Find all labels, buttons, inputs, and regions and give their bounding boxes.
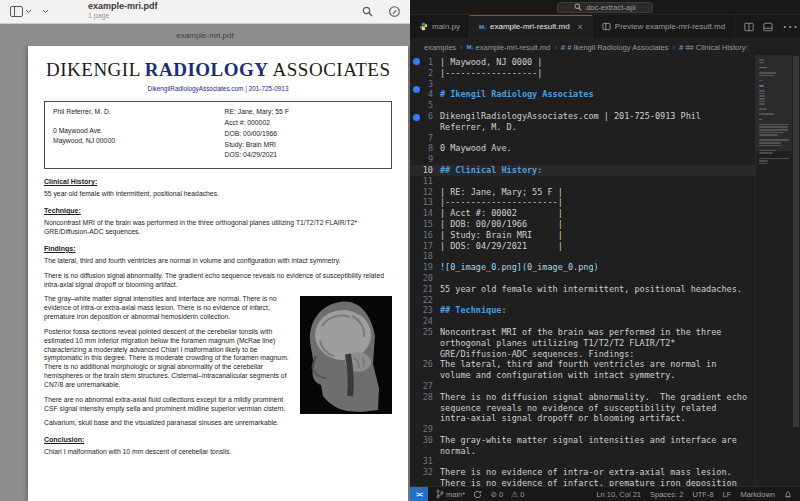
editor-line[interactable]: 19![0_image_0.png](0_image_0.png) [410, 262, 755, 273]
status-utf-8[interactable]: UTF-8 [692, 490, 713, 499]
git-branch-status[interactable]: main* [436, 489, 465, 499]
editor-line[interactable]: 16| Study: Brain MRI | [410, 230, 755, 241]
editor-line[interactable]: 18 [410, 251, 755, 262]
section-heading: Findings: [44, 244, 392, 253]
editor-line[interactable]: 29 [410, 424, 755, 435]
zoom-menu-icon[interactable] [42, 9, 49, 14]
editor-line[interactable]: 2|------------------| [410, 68, 755, 79]
gutter-badge-icon [413, 86, 420, 93]
scrollbar-thumb[interactable] [793, 56, 799, 427]
editor-line[interactable]: 31 [410, 456, 755, 467]
more-action-button[interactable]: ⋯ [782, 17, 799, 36]
layout-action-button[interactable] [763, 18, 773, 36]
editor-line[interactable]: 7 [410, 133, 755, 144]
status-markdown[interactable]: Markdown [740, 490, 775, 499]
line-number: 28 [410, 392, 440, 424]
minimap-line [759, 160, 768, 162]
line-number: 8 [410, 143, 440, 154]
minimap-slider[interactable] [756, 55, 792, 151]
editor-line[interactable]: 32There is no evidence of intra-or extra… [410, 467, 755, 486]
editor-line[interactable]: 30The gray-white matter signal intensiti… [410, 435, 755, 457]
section-paragraph: 55 year old female with intermittent, po… [44, 190, 392, 199]
editor-line[interactable]: 9 [410, 154, 755, 165]
minimap-line [759, 152, 773, 154]
editor-line[interactable]: 80 Maywood Ave. [410, 143, 755, 154]
line-content [440, 251, 755, 262]
section-paragraph: There is no diffusion signal abnormality… [44, 272, 392, 290]
editor-line[interactable]: 1| Maywood, NJ 0000 | [410, 57, 755, 68]
markup-pencil-icon[interactable] [389, 6, 400, 17]
report-contact-line: DikengilRadiologyAssociates.com | 201-72… [44, 85, 392, 93]
patient-line: DOB: 00/00/1966 [225, 130, 289, 139]
more-actions-icon: ⋯ [782, 18, 799, 35]
close-icon[interactable]: × [578, 22, 583, 32]
editor-line[interactable]: 28There is no diffusion signal abnormali… [410, 392, 755, 424]
editor-line[interactable]: 13|----------------------| [410, 197, 755, 208]
section-paragraph: Noncontrast MRI of the brain was perform… [44, 219, 392, 237]
line-number: 9 [410, 154, 440, 165]
breadcrumb-item[interactable]: ### Clinical History: [679, 43, 748, 52]
line-number: 16 [410, 230, 440, 241]
breadcrumb-item[interactable]: M↓example-mri-result.md [467, 43, 551, 52]
line-content: Noncontrast MRI of the brain was perform… [440, 327, 755, 359]
status-ln-10-col-21-label: Ln 10, Col 21 [596, 490, 641, 499]
editor-line[interactable]: 22 [410, 295, 755, 306]
status-lf[interactable]: LF [723, 490, 732, 499]
line-content: There is no diffusion signal abnormality… [440, 392, 755, 424]
status-spaces-2[interactable]: Spaces: 2 [650, 490, 683, 499]
sync-status[interactable] [473, 490, 482, 499]
editor-line[interactable]: 26The lateral, third and fourth ventricl… [410, 359, 755, 381]
sidebar-toggle-icon[interactable] [10, 6, 32, 17]
warnings-status[interactable]: ⚠0 [511, 490, 524, 499]
editor-line[interactable]: 5 [410, 100, 755, 111]
code-lines[interactable]: 1| Maywood, NJ 0000 |2|-----------------… [410, 55, 755, 486]
remote-indicator[interactable]: >< [410, 487, 428, 501]
editor-line[interactable]: 12| RE: Jane, Mary; 55 F | [410, 187, 755, 198]
line-content: | Maywood, NJ 0000 | [440, 57, 755, 68]
editor-line[interactable]: 15| DOB: 00/00/1966 | [410, 219, 755, 230]
patient-line: Study: Brain MRI [225, 141, 289, 150]
editor-line[interactable]: 20 [410, 273, 755, 284]
editor-line[interactable]: 3 [410, 79, 755, 90]
editor-line[interactable]: 10## Clinical History: [410, 165, 755, 176]
editor-line[interactable]: 25Noncontrast MRI of the brain was perfo… [410, 327, 755, 359]
editor-line[interactable]: 27 [410, 381, 755, 392]
line-number: 25 [410, 327, 440, 359]
warning-icon: ⚠ [511, 490, 518, 499]
workspace-title: doc-extract-api [586, 3, 636, 12]
line-number: 17 [410, 241, 440, 252]
error-icon: ⊘ [490, 490, 497, 499]
editor-scrollbar[interactable] [792, 55, 800, 486]
tab-preview-example-mri-result-md[interactable]: Preview example-mri-result.md [593, 15, 735, 38]
tab-label: example-mri-result.md [490, 22, 570, 31]
search-icon[interactable] [362, 6, 373, 17]
notifications-status[interactable] [784, 490, 792, 499]
editor-line[interactable]: 11 [410, 176, 755, 187]
python-icon [419, 22, 428, 31]
tab-main-py[interactable]: main.py [410, 15, 470, 38]
editor-line[interactable]: 6DikengilRadiologyAssociates.com | 201-7… [410, 111, 755, 133]
editor-line[interactable]: 14| Acct #: 00002 | [410, 208, 755, 219]
window-title: example-mri.pdf [88, 2, 158, 12]
editor-line[interactable]: 24 [410, 316, 755, 327]
line-number: 21 [410, 284, 440, 295]
errors-status[interactable]: ⊘0 [490, 490, 503, 499]
tab-example-mri-result-md[interactable]: M↓example-mri-result.md× [470, 15, 593, 38]
breadcrumb-item[interactable]: ## Ikengil Radiology Associates [561, 43, 669, 52]
split-action-button[interactable] [744, 18, 754, 36]
letterhead-word: ASSOCIATES [273, 59, 391, 80]
command-center[interactable]: doc-extract-api [557, 2, 653, 13]
status-utf-8-label: UTF-8 [692, 490, 713, 499]
editor-line[interactable]: 23## Technique: [410, 305, 755, 316]
status-ln-10-col-21[interactable]: Ln 10, Col 21 [596, 490, 641, 499]
minimap[interactable] [755, 55, 792, 486]
editor-line[interactable]: 2155 year old female with intermittent, … [410, 284, 755, 295]
editor-line[interactable]: 17| DOS: 04/29/2021 | [410, 241, 755, 252]
section-heading: Conclusion: [44, 435, 392, 444]
chevron-right-icon: › [460, 43, 463, 52]
breadcrumb-item[interactable]: examples [424, 43, 456, 52]
editor-line[interactable]: 4# Ikengil Radiology Associates [410, 89, 755, 100]
pdf-scroll-area[interactable]: DIKENGILRADIOLOGYASSOCIATES DikengilRadi… [0, 46, 410, 501]
preview-toolbar: example-mri.pdf 1 page [0, 0, 410, 24]
editor-area[interactable]: 1| Maywood, NJ 0000 |2|-----------------… [410, 55, 800, 486]
